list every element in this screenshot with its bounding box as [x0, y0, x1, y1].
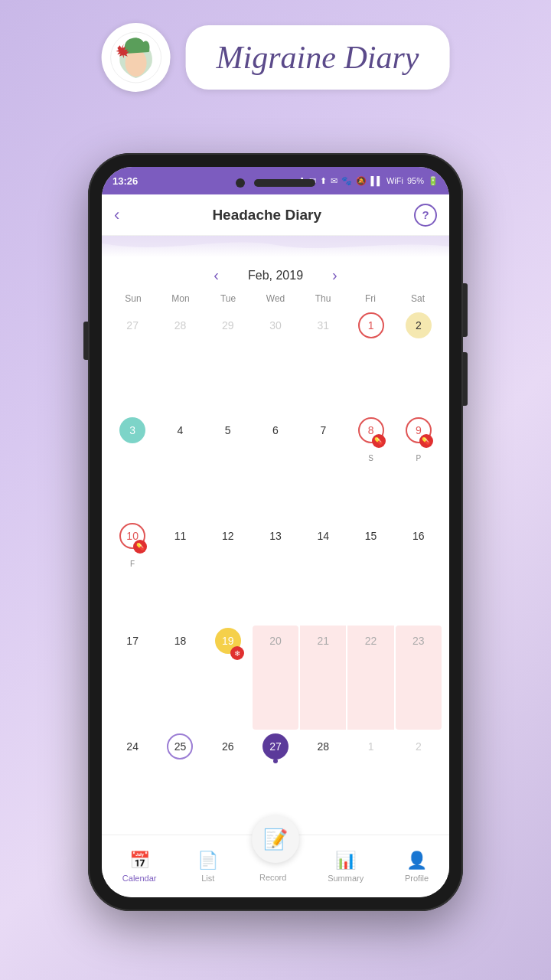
- table-row[interactable]: 3: [109, 415, 155, 518]
- day-2-feb: 2: [406, 312, 432, 338]
- nav-calendar[interactable]: 📅 Calendar: [113, 846, 166, 887]
- help-button[interactable]: ?: [414, 204, 437, 227]
- wave-decoration: [102, 236, 449, 257]
- table-row[interactable]: 30: [253, 310, 298, 413]
- day-10-feb: 10 💊: [119, 523, 145, 549]
- day-28-feb: 28: [310, 733, 336, 760]
- day-4-feb: 4: [167, 417, 193, 443]
- prev-month-button[interactable]: ‹: [207, 265, 225, 286]
- day-header-thu: Thu: [299, 290, 347, 307]
- label-9: P: [416, 454, 422, 462]
- day-13-feb: 13: [262, 523, 289, 549]
- day-24-feb: 24: [119, 733, 145, 760]
- table-row[interactable]: 21: [300, 626, 346, 729]
- day-header-tue: Tue: [204, 290, 252, 307]
- table-row[interactable]: 15: [347, 521, 393, 624]
- app-logo: [102, 23, 171, 92]
- table-row[interactable]: 25: [157, 731, 203, 835]
- table-row[interactable]: 7: [300, 415, 346, 518]
- phone-screen: 13:26 ⬇ ✉ ⬆ ✉ 🐾 🔕 ▌▌ WiFi 95% 🔋 ‹ Headac…: [102, 167, 449, 897]
- table-row[interactable]: 9 💊 P: [396, 415, 442, 518]
- table-row[interactable]: 19 ❄: [205, 626, 251, 729]
- table-row[interactable]: 24: [109, 731, 155, 835]
- table-row[interactable]: 2: [396, 310, 442, 413]
- table-row[interactable]: 1: [347, 731, 393, 835]
- table-row[interactable]: 26: [205, 731, 251, 835]
- list-nav-label: List: [201, 874, 214, 883]
- table-row[interactable]: 13: [253, 521, 298, 624]
- day-11-feb: 11: [167, 523, 193, 549]
- day-7-feb: 7: [310, 417, 336, 443]
- table-row[interactable]: 23: [396, 626, 442, 729]
- table-row[interactable]: 18: [157, 626, 203, 729]
- day-25-feb: 25: [167, 733, 193, 760]
- signal-icon: ▌▌: [370, 176, 383, 185]
- back-button[interactable]: ‹: [114, 205, 119, 225]
- volume-button: [83, 322, 88, 360]
- day-22-feb: 22: [358, 628, 384, 654]
- table-row[interactable]: 12: [205, 521, 251, 624]
- summary-nav-icon: 📊: [335, 851, 356, 871]
- calendar-area: ‹ Feb, 2019 › Sun Mon Tue Wed Thu Fri Sa…: [102, 257, 449, 835]
- day-30-jan: 30: [262, 312, 289, 338]
- next-month-button[interactable]: ›: [326, 265, 344, 286]
- calendar-nav-icon: 📅: [129, 851, 150, 871]
- table-row[interactable]: 29: [205, 310, 251, 413]
- nav-profile[interactable]: 👤 Profile: [396, 846, 438, 887]
- pill-icon-9: 💊: [419, 434, 433, 448]
- table-row[interactable]: 10 💊 F: [109, 521, 155, 624]
- table-row[interactable]: 28: [157, 310, 203, 413]
- pill-icon-10: 💊: [133, 540, 147, 554]
- day-2-mar: 2: [406, 733, 432, 760]
- day-9-feb: 9 💊: [406, 417, 432, 443]
- day-3-feb: 3: [119, 417, 145, 443]
- table-row[interactable]: 4: [157, 415, 203, 518]
- day-20-feb: 20: [262, 628, 289, 654]
- table-row[interactable]: 14: [300, 521, 346, 624]
- camera: [236, 178, 245, 188]
- mute-icon: 🔕: [356, 176, 367, 186]
- table-row[interactable]: 8 💊 S: [347, 415, 393, 518]
- day-12-feb: 12: [215, 523, 241, 549]
- nav-record[interactable]: Record: [250, 868, 295, 887]
- nav-summary[interactable]: 📊 Summary: [318, 846, 373, 887]
- day-15-feb: 15: [358, 523, 384, 549]
- title-pill: Migraine Diary: [186, 25, 450, 90]
- table-row[interactable]: 2: [396, 731, 442, 835]
- table-row[interactable]: 31: [300, 310, 346, 413]
- table-row[interactable]: 22: [347, 626, 393, 729]
- nav-list[interactable]: 📄 List: [188, 846, 227, 887]
- table-row[interactable]: 11: [157, 521, 203, 624]
- profile-nav-icon: 👤: [406, 851, 427, 871]
- day-16-feb: 16: [406, 523, 432, 549]
- table-row[interactable]: 20: [253, 626, 298, 729]
- day-1-feb: 1: [358, 312, 384, 338]
- table-row[interactable]: 6: [253, 415, 298, 518]
- day-headers: Sun Mon Tue Wed Thu Fri Sat: [109, 290, 442, 307]
- day-header-sun: Sun: [109, 290, 157, 307]
- day-6-feb: 6: [262, 417, 289, 443]
- day-5-feb: 5: [215, 417, 241, 443]
- day-header-fri: Fri: [347, 290, 394, 307]
- record-fab-button[interactable]: 📝: [252, 815, 299, 863]
- day-31-jan: 31: [310, 312, 336, 338]
- table-row[interactable]: 16: [396, 521, 442, 624]
- table-row[interactable]: 1: [347, 310, 393, 413]
- day-header-mon: Mon: [157, 290, 204, 307]
- day-8-feb: 8 💊: [358, 417, 384, 443]
- bottom-nav: 📝 📅 Calendar 📄 List Record 📊 Summary: [102, 835, 449, 897]
- label-10: F: [130, 560, 135, 568]
- battery-text: 95%: [407, 176, 424, 185]
- record-fab-icon: 📝: [263, 828, 288, 851]
- day-17-feb: 17: [119, 628, 145, 654]
- table-row[interactable]: 28: [300, 731, 346, 835]
- calendar-grid: 27 28 29 30 31 1: [109, 310, 442, 835]
- table-row[interactable]: 27: [109, 310, 155, 413]
- table-row[interactable]: 5: [205, 415, 251, 518]
- table-row[interactable]: 17: [109, 626, 155, 729]
- app-title: Migraine Diary: [217, 40, 419, 75]
- label-8: S: [368, 454, 373, 462]
- snowflake-icon-19: ❄: [230, 646, 244, 660]
- day-26-feb: 26: [215, 733, 241, 760]
- day-19-feb: 19 ❄: [215, 628, 241, 654]
